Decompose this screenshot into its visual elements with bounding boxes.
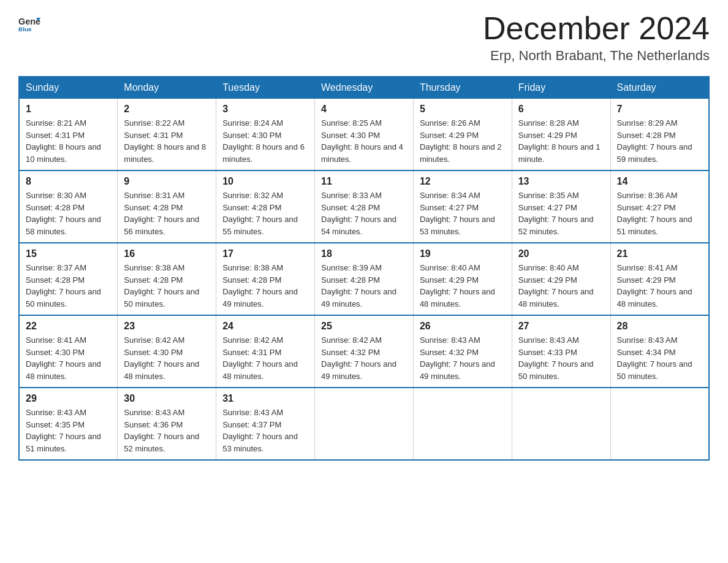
day-info: Sunrise: 8:24 AMSunset: 4:30 PMDaylight:… — [222, 118, 305, 164]
day-info: Sunrise: 8:25 AMSunset: 4:30 PMDaylight:… — [321, 118, 403, 164]
day-number: 11 — [321, 176, 407, 187]
weekday-header-row: SundayMondayTuesdayWednesdayThursdayFrid… — [19, 77, 709, 99]
calendar-table: SundayMondayTuesdayWednesdayThursdayFrid… — [18, 76, 710, 461]
day-info: Sunrise: 8:30 AMSunset: 4:28 PMDaylight:… — [26, 191, 101, 236]
day-info: Sunrise: 8:21 AMSunset: 4:31 PMDaylight:… — [26, 118, 101, 164]
day-number: 1 — [26, 104, 111, 115]
day-info: Sunrise: 8:41 AMSunset: 4:30 PMDaylight:… — [26, 335, 101, 381]
calendar-day-cell: 18 Sunrise: 8:39 AMSunset: 4:28 PMDaylig… — [315, 243, 414, 315]
calendar-day-cell: 28 Sunrise: 8:43 AMSunset: 4:34 PMDaylig… — [610, 315, 709, 388]
day-number: 21 — [617, 248, 702, 259]
day-info: Sunrise: 8:22 AMSunset: 4:31 PMDaylight:… — [124, 118, 206, 164]
day-info: Sunrise: 8:40 AMSunset: 4:29 PMDaylight:… — [518, 263, 594, 308]
day-number: 24 — [222, 321, 308, 332]
calendar-day-cell: 24 Sunrise: 8:42 AMSunset: 4:31 PMDaylig… — [216, 315, 315, 388]
day-info: Sunrise: 8:42 AMSunset: 4:30 PMDaylight:… — [124, 335, 199, 381]
day-number: 8 — [26, 176, 111, 187]
calendar-day-cell: 7 Sunrise: 8:29 AMSunset: 4:28 PMDayligh… — [610, 99, 709, 171]
calendar-day-cell — [413, 388, 512, 460]
day-info: Sunrise: 8:43 AMSunset: 4:35 PMDaylight:… — [26, 408, 101, 453]
calendar-day-cell: 5 Sunrise: 8:26 AMSunset: 4:29 PMDayligh… — [413, 99, 512, 171]
calendar-day-cell: 13 Sunrise: 8:35 AMSunset: 4:27 PMDaylig… — [512, 170, 610, 243]
day-number: 31 — [222, 393, 308, 404]
calendar-day-cell: 15 Sunrise: 8:37 AMSunset: 4:28 PMDaylig… — [19, 243, 118, 315]
day-info: Sunrise: 8:35 AMSunset: 4:27 PMDaylight:… — [518, 191, 594, 236]
day-number: 2 — [124, 104, 210, 115]
day-info: Sunrise: 8:40 AMSunset: 4:29 PMDaylight:… — [420, 263, 495, 308]
day-info: Sunrise: 8:43 AMSunset: 4:37 PMDaylight:… — [222, 408, 298, 453]
day-info: Sunrise: 8:43 AMSunset: 4:34 PMDaylight:… — [617, 335, 692, 381]
calendar-day-cell: 2 Sunrise: 8:22 AMSunset: 4:31 PMDayligh… — [118, 99, 216, 171]
calendar-day-cell: 8 Sunrise: 8:30 AMSunset: 4:28 PMDayligh… — [19, 170, 118, 243]
day-info: Sunrise: 8:38 AMSunset: 4:28 PMDaylight:… — [124, 263, 199, 308]
month-title: December 2024 — [483, 12, 710, 44]
day-number: 9 — [124, 176, 210, 187]
calendar-day-cell: 30 Sunrise: 8:43 AMSunset: 4:36 PMDaylig… — [118, 388, 216, 460]
day-number: 22 — [26, 321, 111, 332]
day-info: Sunrise: 8:36 AMSunset: 4:27 PMDaylight:… — [617, 191, 692, 236]
day-number: 12 — [420, 176, 506, 187]
day-number: 6 — [518, 104, 604, 115]
day-number: 18 — [321, 248, 407, 259]
calendar-day-cell: 20 Sunrise: 8:40 AMSunset: 4:29 PMDaylig… — [512, 243, 610, 315]
day-info: Sunrise: 8:42 AMSunset: 4:31 PMDaylight:… — [222, 335, 298, 381]
weekday-header-tuesday: Tuesday — [216, 77, 315, 99]
calendar-day-cell: 12 Sunrise: 8:34 AMSunset: 4:27 PMDaylig… — [413, 170, 512, 243]
day-info: Sunrise: 8:41 AMSunset: 4:29 PMDaylight:… — [617, 263, 692, 308]
weekday-header-monday: Monday — [118, 77, 216, 99]
weekday-header-friday: Friday — [512, 77, 610, 99]
calendar-day-cell: 3 Sunrise: 8:24 AMSunset: 4:30 PMDayligh… — [216, 99, 315, 171]
title-area: December 2024 Erp, North Brabant, The Ne… — [483, 12, 710, 64]
calendar-week-row: 8 Sunrise: 8:30 AMSunset: 4:28 PMDayligh… — [19, 170, 709, 243]
calendar-day-cell — [512, 388, 610, 460]
day-number: 26 — [420, 321, 506, 332]
calendar-day-cell: 31 Sunrise: 8:43 AMSunset: 4:37 PMDaylig… — [216, 388, 315, 460]
location-title: Erp, North Brabant, The Netherlands — [483, 48, 710, 64]
day-number: 20 — [518, 248, 604, 259]
day-info: Sunrise: 8:33 AMSunset: 4:28 PMDaylight:… — [321, 191, 396, 236]
day-info: Sunrise: 8:34 AMSunset: 4:27 PMDaylight:… — [420, 191, 495, 236]
day-number: 5 — [420, 104, 506, 115]
page-header: General Blue December 2024 Erp, North Br… — [18, 12, 710, 64]
weekday-header-saturday: Saturday — [610, 77, 709, 99]
weekday-header-wednesday: Wednesday — [315, 77, 414, 99]
day-info: Sunrise: 8:43 AMSunset: 4:36 PMDaylight:… — [124, 408, 199, 453]
calendar-day-cell — [610, 388, 709, 460]
calendar-day-cell: 14 Sunrise: 8:36 AMSunset: 4:27 PMDaylig… — [610, 170, 709, 243]
logo-icon: General Blue — [18, 12, 40, 34]
logo: General Blue — [18, 12, 40, 34]
day-info: Sunrise: 8:31 AMSunset: 4:28 PMDaylight:… — [124, 191, 199, 236]
calendar-week-row: 29 Sunrise: 8:43 AMSunset: 4:35 PMDaylig… — [19, 388, 709, 460]
day-number: 28 — [617, 321, 702, 332]
day-info: Sunrise: 8:39 AMSunset: 4:28 PMDaylight:… — [321, 263, 396, 308]
day-number: 25 — [321, 321, 407, 332]
day-info: Sunrise: 8:38 AMSunset: 4:28 PMDaylight:… — [222, 263, 298, 308]
calendar-day-cell: 1 Sunrise: 8:21 AMSunset: 4:31 PMDayligh… — [19, 99, 118, 171]
calendar-day-cell: 10 Sunrise: 8:32 AMSunset: 4:28 PMDaylig… — [216, 170, 315, 243]
day-info: Sunrise: 8:32 AMSunset: 4:28 PMDaylight:… — [222, 191, 298, 236]
day-number: 23 — [124, 321, 210, 332]
calendar-week-row: 1 Sunrise: 8:21 AMSunset: 4:31 PMDayligh… — [19, 99, 709, 171]
day-info: Sunrise: 8:43 AMSunset: 4:32 PMDaylight:… — [420, 335, 495, 381]
calendar-day-cell — [315, 388, 414, 460]
day-number: 17 — [222, 248, 308, 259]
day-number: 4 — [321, 104, 407, 115]
day-number: 27 — [518, 321, 604, 332]
calendar-day-cell: 25 Sunrise: 8:42 AMSunset: 4:32 PMDaylig… — [315, 315, 414, 388]
day-number: 30 — [124, 393, 210, 404]
day-number: 15 — [26, 248, 111, 259]
day-info: Sunrise: 8:29 AMSunset: 4:28 PMDaylight:… — [617, 118, 692, 164]
calendar-day-cell: 19 Sunrise: 8:40 AMSunset: 4:29 PMDaylig… — [413, 243, 512, 315]
calendar-day-cell: 29 Sunrise: 8:43 AMSunset: 4:35 PMDaylig… — [19, 388, 118, 460]
day-number: 29 — [26, 393, 111, 404]
day-number: 10 — [222, 176, 308, 187]
calendar-day-cell: 9 Sunrise: 8:31 AMSunset: 4:28 PMDayligh… — [118, 170, 216, 243]
weekday-header-sunday: Sunday — [19, 77, 118, 99]
day-info: Sunrise: 8:28 AMSunset: 4:29 PMDaylight:… — [518, 118, 601, 164]
calendar-day-cell: 23 Sunrise: 8:42 AMSunset: 4:30 PMDaylig… — [118, 315, 216, 388]
day-number: 16 — [124, 248, 210, 259]
day-number: 14 — [617, 176, 702, 187]
day-number: 19 — [420, 248, 506, 259]
calendar-day-cell: 4 Sunrise: 8:25 AMSunset: 4:30 PMDayligh… — [315, 99, 414, 171]
day-info: Sunrise: 8:42 AMSunset: 4:32 PMDaylight:… — [321, 335, 396, 381]
